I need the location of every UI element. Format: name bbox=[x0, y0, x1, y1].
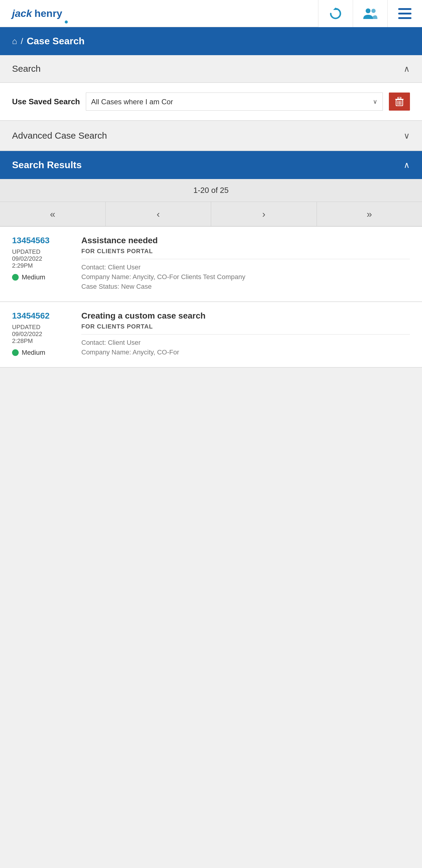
advanced-search-section-header[interactable]: Advanced Case Search ∨ bbox=[0, 121, 422, 151]
search-chevron-icon: ∧ bbox=[403, 64, 410, 74]
saved-search-select[interactable]: All Cases where I am Cor bbox=[86, 93, 368, 111]
advanced-search-title: Advanced Case Search bbox=[12, 130, 107, 141]
case-right-1: Creating a custom case search FOR CLIENT… bbox=[81, 311, 410, 358]
next-page-button[interactable]: › bbox=[211, 202, 317, 226]
logo-jack-text: jack bbox=[12, 7, 32, 19]
search-section-content: Use Saved Search All Cases where I am Co… bbox=[0, 83, 422, 121]
svg-rect-3 bbox=[398, 8, 412, 10]
page-title: Case Search bbox=[27, 36, 85, 47]
case-date-1: 09/02/20222:28PM bbox=[12, 331, 72, 344]
case-updated-label-1: UPDATED bbox=[12, 324, 72, 331]
case-right-0: Assistance needed FOR CLIENTS PORTAL Con… bbox=[81, 236, 410, 292]
trash-icon bbox=[395, 97, 403, 106]
results-count: 1-20 of 25 bbox=[0, 179, 422, 202]
case-portal-0: FOR CLIENTS PORTAL bbox=[81, 248, 410, 259]
menu-button[interactable] bbox=[387, 0, 422, 27]
users-button[interactable] bbox=[353, 0, 387, 27]
prev-page-button[interactable]: ‹ bbox=[106, 202, 212, 226]
case-contact-0: Contact: Client User bbox=[81, 264, 410, 271]
case-status-0: Case Status: New Case bbox=[81, 283, 410, 290]
advanced-chevron-icon: ∨ bbox=[403, 131, 410, 141]
svg-point-2 bbox=[371, 9, 376, 13]
case-left-1: 13454562 UPDATED 09/02/20222:28PM Medium bbox=[12, 311, 72, 358]
breadcrumb-separator: / bbox=[21, 36, 23, 46]
case-date-0: 09/02/20222:29PM bbox=[12, 255, 72, 269]
refresh-button[interactable] bbox=[318, 0, 353, 27]
case-card: 13454562 UPDATED 09/02/20222:28PM Medium… bbox=[0, 302, 422, 368]
case-list: 13454563 UPDATED 09/02/20222:29PM Medium… bbox=[0, 227, 422, 368]
case-card: 13454563 UPDATED 09/02/20222:29PM Medium… bbox=[0, 227, 422, 302]
priority-label-0: Medium bbox=[22, 273, 45, 281]
case-company-1: Company Name: Anycity, CO-For bbox=[81, 348, 410, 356]
results-title: Search Results bbox=[12, 159, 82, 170]
users-icon bbox=[363, 7, 378, 20]
home-icon[interactable]: ⌂ bbox=[12, 36, 17, 46]
search-section-title: Search bbox=[12, 64, 41, 74]
logo: jack henry bbox=[12, 7, 306, 19]
case-left-0: 13454563 UPDATED 09/02/20222:29PM Medium bbox=[12, 236, 72, 292]
search-section-header[interactable]: Search ∧ bbox=[0, 55, 422, 83]
logo-henry-text: henry bbox=[34, 7, 62, 19]
case-portal-1: FOR CLIENTS PORTAL bbox=[81, 323, 410, 335]
saved-search-label: Use Saved Search bbox=[12, 97, 80, 106]
case-contact-1: Contact: Client User bbox=[81, 339, 410, 347]
svg-rect-5 bbox=[398, 17, 412, 19]
case-number-0[interactable]: 13454563 bbox=[12, 236, 72, 245]
logo-area: jack henry bbox=[0, 7, 318, 19]
svg-rect-7 bbox=[398, 97, 401, 99]
results-chevron-icon: ∧ bbox=[403, 160, 410, 170]
breadcrumb-bar: ⌂ / Case Search bbox=[0, 27, 422, 55]
logo-dot bbox=[65, 21, 68, 24]
results-section-header[interactable]: Search Results ∧ bbox=[0, 151, 422, 179]
pagination-bar: « ‹ › » bbox=[0, 202, 422, 227]
first-page-button[interactable]: « bbox=[0, 202, 106, 226]
delete-saved-search-button[interactable] bbox=[389, 93, 410, 111]
case-priority-row-0: Medium bbox=[12, 273, 72, 281]
svg-rect-4 bbox=[398, 13, 412, 14]
priority-label-1: Medium bbox=[22, 349, 45, 356]
case-title-1: Creating a custom case search bbox=[81, 311, 410, 321]
refresh-icon bbox=[329, 7, 342, 20]
priority-dot-1 bbox=[12, 349, 19, 356]
case-updated-label-0: UPDATED bbox=[12, 248, 72, 255]
case-title-0: Assistance needed bbox=[81, 236, 410, 245]
priority-dot-0 bbox=[12, 274, 19, 281]
last-page-button[interactable]: » bbox=[317, 202, 422, 226]
case-number-1[interactable]: 13454562 bbox=[12, 311, 72, 321]
saved-search-label-text: Use Saved Search bbox=[12, 97, 80, 106]
menu-icon bbox=[398, 8, 412, 19]
case-company-0: Company Name: Anycity, CO-For Clients Te… bbox=[81, 273, 410, 281]
case-priority-row-1: Medium bbox=[12, 349, 72, 356]
saved-search-row: Use Saved Search All Cases where I am Co… bbox=[12, 93, 410, 111]
saved-search-select-wrapper: All Cases where I am Cor ∨ bbox=[86, 93, 383, 111]
svg-point-1 bbox=[366, 8, 370, 13]
select-arrow-icon: ∨ bbox=[368, 93, 383, 111]
app-header: jack henry bbox=[0, 0, 422, 27]
